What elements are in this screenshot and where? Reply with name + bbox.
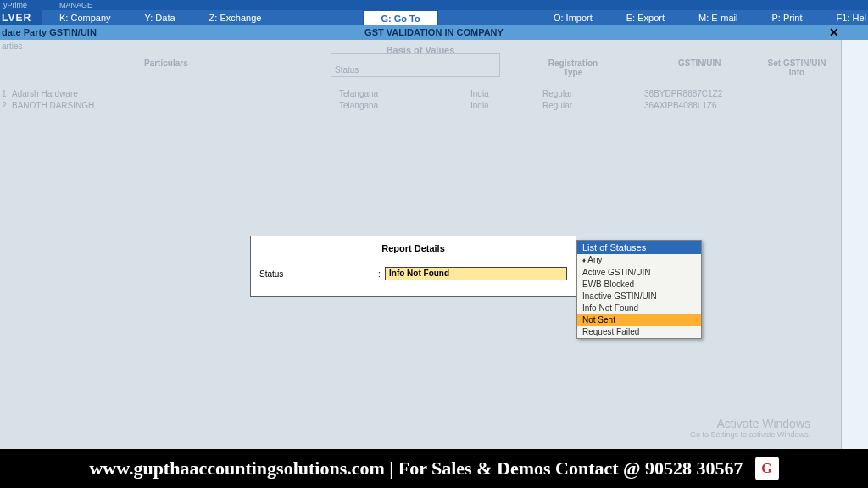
watermark-line1: Activate Windows — [690, 417, 810, 430]
row-name: Adarsh Hardware — [12, 89, 78, 98]
status-input[interactable]: Info Not Found — [385, 267, 567, 280]
row-num: 1 — [2, 89, 7, 98]
list-item[interactable]: Not Sent — [577, 314, 701, 326]
row-regtype: Regular — [542, 89, 572, 98]
bg-parties: arties — [2, 42, 22, 51]
menu-company[interactable]: K: Company — [42, 10, 128, 25]
footer-banner: www.gupthaaccountingsolutions.com | For … — [0, 449, 868, 488]
row-regtype: Regular — [542, 101, 572, 110]
row-name: BANOTH DARSINGH — [12, 101, 94, 110]
close-icon[interactable]: ✕ — [827, 25, 841, 40]
list-item[interactable]: EWB Blocked — [577, 279, 701, 291]
right-sidebar — [841, 40, 868, 449]
footer-text: www.gupthaaccountingsolutions.com | For … — [89, 458, 743, 480]
report-details-modal: Report Details Status : Info Not Found — [250, 236, 576, 297]
list-item[interactable]: Request Failed — [577, 326, 701, 338]
bg-status-box: Status — [331, 53, 500, 77]
hdr-particulars: Particulars — [144, 58, 188, 68]
status-label: Status — [259, 269, 378, 279]
subheader-center: GST VALIDATION IN COMPANY — [364, 25, 504, 40]
row-country: India — [470, 101, 489, 110]
hdr-setinfo: Set GSTIN/UIN Info — [763, 58, 831, 77]
bg-status-label: Status — [335, 65, 359, 75]
watermark-line2: Go to Settings to activate Windows. — [690, 430, 810, 439]
menu-data[interactable]: Y: Data — [128, 10, 192, 25]
status-list-popup: List of Statuses AnyActive GSTIN/UINEWB … — [576, 240, 702, 339]
table-row: 1 Adarsh Hardware Telangana India Regula… — [0, 89, 841, 101]
list-item[interactable]: Any — [577, 254, 701, 267]
row-country: India — [470, 89, 489, 98]
list-item[interactable]: Active GSTIN/UIN — [577, 267, 701, 279]
menu-help[interactable]: F1: Hel — [820, 10, 868, 25]
brand-line1: yPrime — [3, 0, 27, 10]
row-gstin: 36BYDPR8887C1Z2 — [644, 89, 722, 98]
modal-status-row: Status : Info Not Found — [259, 267, 567, 280]
menu-import[interactable]: O: Import — [537, 10, 609, 25]
list-item[interactable]: Inactive GSTIN/UIN — [577, 291, 701, 302]
list-header: List of Statuses — [577, 241, 701, 254]
row-gstin: 36AXIPB4088L1Z6 — [644, 101, 717, 110]
row-num: 2 — [2, 101, 7, 110]
table-row: 2 BANOTH DARSINGH Telangana India Regula… — [0, 101, 841, 113]
row-state: Telangana — [339, 89, 378, 98]
hdr-regtype: Registration Type — [539, 58, 607, 77]
menu-email[interactable]: M: E-mail — [682, 10, 754, 25]
menu-print[interactable]: P: Print — [754, 10, 819, 25]
bg-data-rows: 1 Adarsh Hardware Telangana India Regula… — [0, 89, 841, 113]
row-state: Telangana — [339, 101, 378, 110]
sub-header: date Party GSTIN/UIN GST VALIDATION IN C… — [0, 25, 868, 40]
brand-silver: LVER — [0, 10, 42, 25]
colon: : — [378, 269, 385, 279]
modal-title: Report Details — [259, 243, 567, 253]
windows-watermark: Activate Windows Go to Settings to activ… — [690, 417, 810, 439]
list-item[interactable]: Info Not Found — [577, 302, 701, 314]
manage-label: MANAGE — [59, 0, 92, 10]
menu-bar: LVER K: Company Y: Data Z: Exchange G: G… — [0, 10, 868, 25]
menu-exchange[interactable]: Z: Exchange — [192, 10, 279, 25]
menu-export[interactable]: E: Export — [609, 10, 682, 25]
menu-goto[interactable]: G: Go To — [363, 10, 437, 25]
footer-logo: G — [755, 457, 779, 480]
subheader-left: date Party GSTIN/UIN — [2, 25, 97, 40]
hdr-gstin: GSTIN/UIN — [678, 58, 721, 68]
